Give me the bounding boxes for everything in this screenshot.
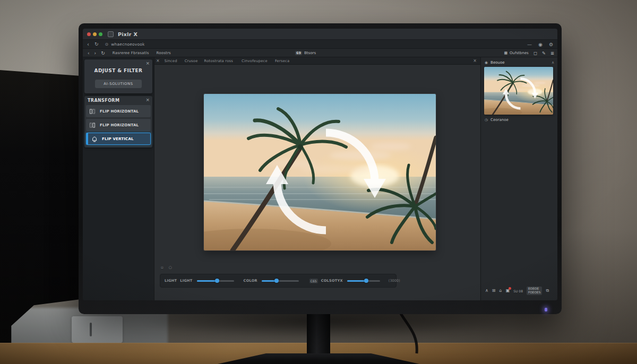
power-cable <box>393 311 430 359</box>
menu-item-2[interactable]: Crusoe <box>185 59 198 63</box>
dot-icon[interactable]: ▫ <box>161 265 163 270</box>
url-text: whaecnoeovook <box>111 42 144 47</box>
third-slider[interactable] <box>347 280 380 282</box>
transform-panel-title: TRANSFORM <box>88 98 119 103</box>
flip-vertical-icon <box>91 136 98 142</box>
target-icon: ◉ <box>485 60 488 65</box>
adjustment-slider-bar: LIGHT LIGHT COLOR C65 COLSOTYX <box>160 274 397 288</box>
status-bar: ∧ ⊞ ⌂ ▣ SU 08 EOEOE FOEOES ⧉ <box>481 285 557 296</box>
close-icon[interactable]: × <box>473 58 477 63</box>
center-badge: 69 <box>295 51 302 55</box>
profile-icon[interactable]: ◉ <box>538 42 543 47</box>
slider-tag: C65 <box>309 279 318 283</box>
redo-icon[interactable]: › <box>94 50 97 56</box>
status-badge-button[interactable]: EOEOE FOEOES <box>527 287 542 294</box>
flip-horizontal-icon <box>89 122 96 128</box>
menu-item-1[interactable]: Sinced <box>165 59 177 63</box>
preview-thumbnail[interactable] <box>484 67 553 115</box>
flip-horizontal-item-2[interactable]: FLIP HORIZONTAL <box>86 119 151 131</box>
calendar-icon: ▦ <box>504 51 507 55</box>
undo-icon[interactable]: ‹ <box>88 50 90 56</box>
close-icon[interactable]: × <box>145 60 150 66</box>
menu-item-4[interactable]: Cinvofeupece <box>242 59 268 63</box>
photo-canvas[interactable] <box>204 94 436 250</box>
menu-item-3[interactable]: Rotostrata ross <box>204 59 233 63</box>
light-slider[interactable] <box>197 280 234 282</box>
center-label: Btsors <box>304 51 316 55</box>
guides-button[interactable]: ▦ Oufstbnes <box>504 51 528 55</box>
history-item-1[interactable]: Rasreree Fbrasatls <box>113 51 149 55</box>
beach-photo-thumbnail <box>484 67 553 115</box>
reload-icon[interactable]: ↻ <box>101 50 105 56</box>
light-slider-knob[interactable] <box>215 279 219 283</box>
adjust-filter-panel: × ADJUST & FILTER AI-SOLUTIONS <box>84 59 152 93</box>
scene: Pixlr X ‹ ↻ ⊙ whaecnoeovook — ◉ ⚙ ‹ › <box>0 0 637 364</box>
browser-url-bar: ‹ ↻ ⊙ whaecnoeovook — ◉ ⚙ <box>83 40 557 49</box>
beach-photo-with-rotation-arrows <box>204 94 436 250</box>
canvas-zoom-tools: ▫ ○ <box>161 265 172 270</box>
home-icon[interactable]: ⌂ <box>500 289 502 293</box>
close-icon[interactable]: × <box>145 97 150 102</box>
sidebar-history-row[interactable]: ◷ Ceoranoe <box>481 118 557 122</box>
tab-title[interactable]: Pixlr X <box>118 31 137 37</box>
slider-group-label: LIGHT <box>165 279 177 283</box>
guides-label: Oufstbnes <box>510 51 529 55</box>
left-tool-column: × ADJUST & FILTER AI-SOLUTIONS TRANSFORM… <box>83 57 154 300</box>
notifications-icon[interactable]: ▣ <box>506 289 510 293</box>
frame-icon[interactable]: ◻ <box>533 50 537 56</box>
ai-solutions-button[interactable]: AI-SOLUTIONS <box>95 80 142 88</box>
pen-icon[interactable]: ✎ <box>542 50 546 56</box>
flip-vertical-item[interactable]: FLIP VERTICAL <box>86 133 151 145</box>
notification-badge <box>509 287 511 290</box>
tab-favicon <box>108 31 114 37</box>
transform-panel: TRANSFORM × FLIP HORIZONTAL <box>84 96 152 148</box>
clock-icon: ◷ <box>485 118 488 122</box>
light-slider-label: LIGHT <box>180 279 192 283</box>
power-led <box>545 308 547 311</box>
flip-horizontal-icon <box>89 108 96 115</box>
app-toolbar: ‹ › ↻ Rasreree Fbrasatls Roostrs 69 Btso… <box>83 49 557 57</box>
history-label: Ceoranoe <box>490 118 509 122</box>
circle-icon[interactable]: ○ <box>169 265 172 270</box>
sidebar-header: ◉ Beouoe ∧ <box>481 59 557 66</box>
right-sidebar: ◉ Beouoe ∧ ◷ Ceoranoe ∧ ⊞ ⌂ <box>480 57 557 300</box>
list-icon[interactable]: ≣ <box>550 50 554 56</box>
third-slider-knob[interactable] <box>364 279 368 283</box>
toolbar-center-status: 69 Btsors <box>295 51 316 55</box>
adjust-panel-title: ADJUST & FILTER <box>84 68 152 73</box>
window-zoom-button[interactable] <box>99 32 102 36</box>
close-icon[interactable]: × <box>156 58 160 63</box>
minimize-icon[interactable]: — <box>527 42 532 47</box>
gear-icon[interactable]: ⚙ <box>549 42 553 47</box>
status-counter: SU 08 <box>513 289 523 293</box>
site-icon: ⊙ <box>105 42 109 47</box>
color-slider-knob[interactable] <box>274 279 279 283</box>
browser-back-icon[interactable]: ‹ <box>87 41 89 47</box>
monitor-stand <box>307 313 330 357</box>
preview-label: Beouoe <box>490 60 504 65</box>
url-field[interactable]: ⊙ whaecnoeovook <box>105 42 145 47</box>
monitor: Pixlr X ‹ ↻ ⊙ whaecnoeovook — ◉ ⚙ ‹ › <box>79 23 562 314</box>
third-slider-label: COLSOTYX <box>321 279 343 283</box>
screen: Pixlr X ‹ ↻ ⊙ whaecnoeovook — ◉ ⚙ ‹ › <box>83 29 557 300</box>
canvas-column: × Sinced Crusoe Rotostrata ross Cinvofeu… <box>154 57 480 300</box>
menu-item-5[interactable]: Ferseca <box>275 59 290 63</box>
slider-suffix: (3000) <box>389 279 400 283</box>
browser-refresh-icon[interactable]: ↻ <box>94 41 99 47</box>
flip-horizontal-item-1[interactable]: FLIP HORIZONTAL <box>86 105 151 117</box>
window-minimize-button[interactable] <box>93 32 97 36</box>
color-slider-label: COLOR <box>244 279 257 283</box>
grid-icon[interactable]: ⊞ <box>492 289 496 293</box>
canvas-menu-row: × Sinced Crusoe Rotostrata ross Cinvofeu… <box>154 57 481 65</box>
collapse-icon[interactable]: ∧ <box>485 289 488 293</box>
window-close-button[interactable] <box>87 32 91 36</box>
overlap-windows-icon[interactable]: ⧉ <box>546 288 549 293</box>
browser-tab-bar: Pixlr X <box>83 29 557 40</box>
history-item-2[interactable]: Roostrs <box>157 51 171 55</box>
color-slider[interactable] <box>262 280 299 282</box>
chevron-up-icon[interactable]: ∧ <box>552 60 554 65</box>
